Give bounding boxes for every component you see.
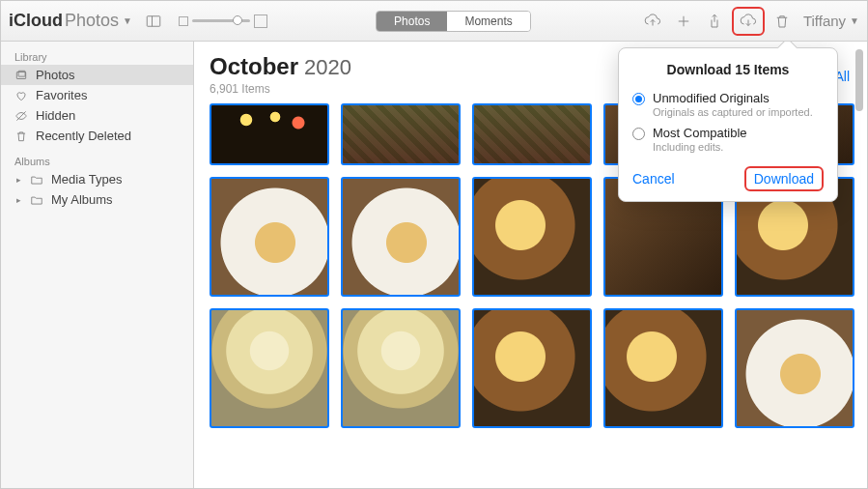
chevron-down-icon: ▼ <box>123 15 132 26</box>
photo-thumbnail[interactable] <box>472 103 592 165</box>
download-popover: Download 15 Items Unmodified Originals O… <box>618 47 838 202</box>
zoom-track[interactable] <box>192 19 250 22</box>
popover-actions: Cancel Download <box>632 166 824 191</box>
cloud-upload-icon <box>644 13 661 30</box>
option-sublabel: Originals as captured or imported. <box>653 106 813 118</box>
option-sublabel: Including edits. <box>653 141 747 153</box>
trash-icon <box>14 129 28 143</box>
photo-thumbnail[interactable] <box>210 177 329 297</box>
add-button[interactable] <box>670 10 697 33</box>
toolbar: iCloud Photos ▼ Photos Moments <box>1 1 867 42</box>
sidebar-item-label: Recently Deleted <box>36 129 131 143</box>
photo-thumbnail[interactable] <box>603 308 723 428</box>
download-button[interactable] <box>735 10 762 33</box>
heart-icon <box>14 89 28 102</box>
download-button-highlight <box>732 7 765 36</box>
scrollbar-thumb[interactable] <box>855 49 863 111</box>
photo-thumbnail[interactable] <box>210 308 329 428</box>
sidebar-item-label: Media Types <box>51 172 122 187</box>
share-icon <box>706 13 723 30</box>
share-button[interactable] <box>701 10 728 33</box>
sidebar-toggle-button[interactable] <box>140 10 167 33</box>
photos-icon <box>14 69 28 82</box>
main: Library Photos Favorites Hidden Recently… <box>1 42 867 489</box>
option-label: Unmodified Originals <box>653 91 813 105</box>
sidebar-item-photos[interactable]: Photos <box>1 65 193 85</box>
chevron-down-icon: ▼ <box>850 15 859 26</box>
sidebar-section-library: Library <box>1 47 193 65</box>
tab-photos[interactable]: Photos <box>377 12 447 31</box>
sidebar-item-my-albums[interactable]: ▸ My Albums <box>1 189 193 210</box>
view-segmented-control: Photos Moments <box>376 11 531 32</box>
sidebar-item-label: Photos <box>36 68 74 82</box>
sidebar-item-media-types[interactable]: ▸ Media Types <box>1 169 193 189</box>
eye-off-icon <box>14 109 28 123</box>
photo-thumbnail[interactable] <box>735 308 854 428</box>
sidebar-section-albums: Albums <box>1 152 193 169</box>
trash-icon <box>773 13 791 30</box>
disclosure-triangle-icon[interactable]: ▸ <box>14 195 22 205</box>
folder-icon <box>30 173 43 187</box>
month-label: October <box>210 53 298 80</box>
option-most-compatible[interactable]: Most Compatible Including edits. <box>632 122 824 157</box>
disclosure-triangle-icon[interactable]: ▸ <box>14 175 22 185</box>
radio-checked-icon <box>632 93 645 105</box>
photo-thumbnail[interactable] <box>341 308 461 428</box>
app-title-bold: iCloud <box>9 11 63 31</box>
user-name: Tiffany <box>803 13 846 29</box>
photo-thumbnail[interactable] <box>472 177 592 297</box>
tab-moments[interactable]: Moments <box>447 12 529 31</box>
zoom-out-icon <box>179 16 188 26</box>
app-title-light: Photos <box>65 11 119 31</box>
download-confirm-button[interactable]: Download <box>744 166 824 191</box>
sidebar-item-favorites[interactable]: Favorites <box>1 85 193 105</box>
photo-thumbnail[interactable] <box>472 308 592 428</box>
sidebar-item-hidden[interactable]: Hidden <box>1 105 193 126</box>
cancel-button[interactable]: Cancel <box>632 171 675 187</box>
option-unmodified-originals[interactable]: Unmodified Originals Originals as captur… <box>632 87 824 122</box>
sidebar-item-label: My Albums <box>51 192 113 207</box>
photo-thumbnail[interactable] <box>210 103 329 165</box>
sidebar-icon <box>145 13 162 30</box>
sidebar-item-recently-deleted[interactable]: Recently Deleted <box>1 126 193 146</box>
folder-icon <box>30 193 43 207</box>
toolbar-right: Tiffany ▼ <box>639 7 859 36</box>
plus-icon <box>675 13 692 30</box>
sidebar-item-label: Favorites <box>36 88 87 102</box>
delete-button[interactable] <box>769 10 796 33</box>
zoom-thumb[interactable] <box>233 15 242 25</box>
photo-thumbnail[interactable] <box>341 177 461 297</box>
user-menu[interactable]: Tiffany ▼ <box>803 13 859 29</box>
content-area: October 2020 6,901 Items Select All Down… <box>194 42 867 489</box>
svg-rect-0 <box>147 15 160 26</box>
zoom-in-icon <box>254 14 267 28</box>
zoom-slider[interactable] <box>179 14 267 28</box>
photo-thumbnail[interactable] <box>341 103 461 165</box>
radio-unchecked-icon <box>632 128 645 140</box>
option-label: Most Compatible <box>653 126 747 140</box>
upload-button[interactable] <box>639 10 666 33</box>
cloud-download-icon <box>740 13 757 30</box>
scrollbar[interactable] <box>854 42 865 489</box>
sidebar: Library Photos Favorites Hidden Recently… <box>1 42 194 489</box>
year-label: 2020 <box>304 55 351 80</box>
app-title-menu[interactable]: iCloud Photos ▼ <box>9 11 132 31</box>
popover-title: Download 15 Items <box>632 62 824 77</box>
sidebar-item-label: Hidden <box>36 108 75 123</box>
